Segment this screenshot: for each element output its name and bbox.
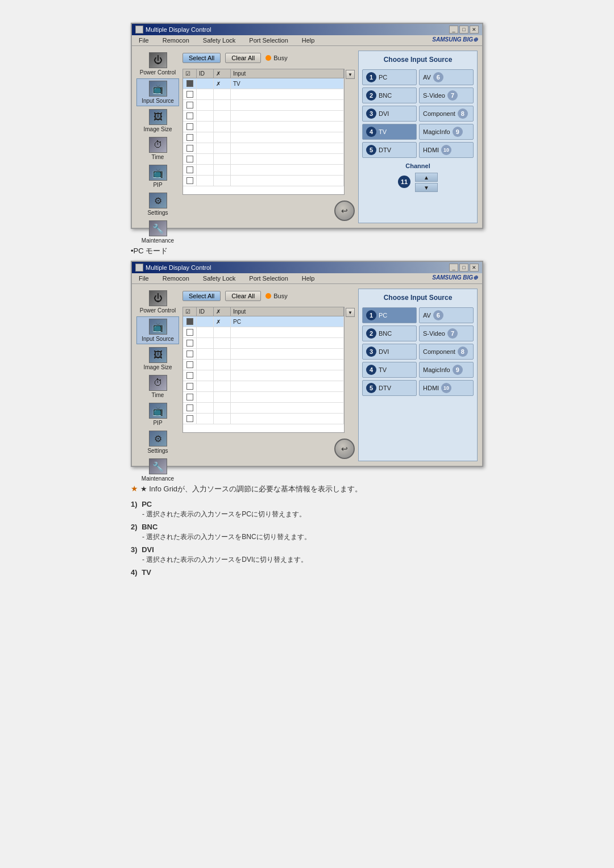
- sidebar-power-1[interactable]: ⏻ Power Control: [136, 51, 179, 77]
- menu-portsel-1[interactable]: Port Selection: [247, 36, 290, 44]
- sidebar-settings-1[interactable]: ⚙ Settings: [136, 191, 179, 218]
- table-row-1-6[interactable]: [183, 143, 344, 154]
- table-row-2-8[interactable]: [183, 403, 344, 414]
- table-scroll-btn-2[interactable]: ▼: [346, 308, 355, 317]
- sidebar-time-2[interactable]: ⏱ Time: [136, 373, 179, 400]
- checkbox-1-5[interactable]: [186, 134, 193, 141]
- checkbox-2-2[interactable]: [186, 340, 193, 347]
- channel-down-btn-1[interactable]: ▼: [415, 183, 438, 192]
- table-row-1-8[interactable]: [183, 165, 344, 176]
- checkbox-1-6[interactable]: [186, 145, 193, 152]
- maximize-btn-1[interactable]: □: [459, 26, 468, 34]
- menu-remocon-2[interactable]: Remocon: [160, 274, 192, 282]
- menu-safetylock-1[interactable]: Safety Lock: [201, 36, 238, 44]
- input-hdmi-2[interactable]: HDMI 10: [419, 380, 474, 396]
- input-dtv-1[interactable]: 5 DTV: [362, 142, 417, 158]
- table-row-1-9[interactable]: [183, 176, 344, 186]
- checkbox-1-4[interactable]: [186, 123, 193, 130]
- input-bnc-2[interactable]: 2 BNC: [362, 326, 417, 341]
- close-btn-2[interactable]: ✕: [470, 264, 479, 272]
- menu-help-2[interactable]: Help: [300, 274, 317, 282]
- table-row-2-6[interactable]: [183, 381, 344, 392]
- checkbox-2-9[interactable]: [186, 415, 193, 422]
- checkbox-2-7[interactable]: [186, 394, 193, 400]
- input-svideo-2[interactable]: S-Video 7: [419, 326, 474, 341]
- table-row-2-1[interactable]: [183, 327, 344, 338]
- sidebar-maintenance-2[interactable]: 🔧 Maintenance: [136, 457, 179, 483]
- sidebar-imagesize-2[interactable]: 🖼 Image Size: [136, 345, 179, 372]
- menu-file-2[interactable]: File: [136, 274, 151, 282]
- menu-safetylock-2[interactable]: Safety Lock: [201, 274, 238, 282]
- input-bnc-1[interactable]: 2 BNC: [362, 87, 417, 103]
- input-pc-2[interactable]: 1 PC: [362, 307, 417, 323]
- checkbox-2-6[interactable]: [186, 383, 193, 390]
- input-dvi-1[interactable]: 3 DVI: [362, 106, 417, 122]
- table-row-2-7[interactable]: [183, 392, 344, 403]
- input-component-1[interactable]: Component 8: [419, 106, 474, 122]
- checkbox-2-3[interactable]: [186, 350, 193, 357]
- table-row-1-7[interactable]: [183, 154, 344, 165]
- table-row-1-4[interactable]: [183, 122, 344, 132]
- table-row-1-3[interactable]: [183, 111, 344, 122]
- sidebar-time-1[interactable]: ⏱ Time: [136, 135, 179, 162]
- input-dtv-2[interactable]: 5 DTV: [362, 380, 417, 396]
- select-all-btn-2[interactable]: Select All: [182, 291, 221, 301]
- sidebar-maintenance-1[interactable]: 🔧 Maintenance: [136, 219, 179, 245]
- table-row-2-4[interactable]: [183, 360, 344, 370]
- checkbox-1-3[interactable]: [186, 112, 193, 119]
- table-row-2-2[interactable]: [183, 338, 344, 349]
- apply-btn-1[interactable]: ↩: [334, 201, 355, 221]
- table-row-1-2[interactable]: [183, 100, 344, 111]
- checkbox-1-1[interactable]: [186, 91, 193, 98]
- sidebar-pip-1[interactable]: 📺 PIP: [136, 163, 179, 190]
- clear-all-btn-2[interactable]: Clear All: [225, 291, 261, 301]
- table-row-1-1[interactable]: [183, 89, 344, 100]
- checkbox-1-2[interactable]: [186, 102, 193, 108]
- menu-file-1[interactable]: File: [136, 36, 151, 44]
- menu-help-1[interactable]: Help: [300, 36, 317, 44]
- input-component-2[interactable]: Component 8: [419, 344, 474, 360]
- sidebar-pip-2[interactable]: 📺 PIP: [136, 401, 179, 428]
- input-tv-1[interactable]: 4 TV: [362, 124, 417, 140]
- checkbox-1-7[interactable]: [186, 156, 193, 162]
- checkbox-2-5[interactable]: [186, 372, 193, 379]
- table-row-2-3[interactable]: [183, 349, 344, 360]
- checkbox-1-0[interactable]: [186, 80, 193, 87]
- table-row-2-5[interactable]: [183, 370, 344, 381]
- input-svideo-1[interactable]: S-Video 7: [419, 87, 474, 103]
- table-row-2-0[interactable]: ✗ PC: [183, 316, 344, 327]
- sidebar-input-2[interactable]: 📺 Input Source: [136, 316, 179, 344]
- table-row-1-5[interactable]: [183, 132, 344, 143]
- menu-remocon-1[interactable]: Remocon: [160, 36, 192, 44]
- minimize-btn-2[interactable]: _: [449, 264, 458, 272]
- checkbox-2-8[interactable]: [186, 404, 193, 411]
- checkbox-1-9[interactable]: [186, 177, 193, 184]
- checkbox-2-0[interactable]: [186, 318, 193, 325]
- close-btn-1[interactable]: ✕: [470, 26, 479, 34]
- table-scroll-btn-1[interactable]: ▼: [346, 70, 355, 79]
- table-row-2-9[interactable]: [183, 414, 344, 424]
- input-tv-2[interactable]: 4 TV: [362, 362, 417, 378]
- sidebar-input-1[interactable]: 📺 Input Source: [136, 78, 179, 106]
- input-hdmi-1[interactable]: HDMI 10: [419, 142, 474, 158]
- table-row-1-0[interactable]: ✗ TV: [183, 78, 344, 89]
- input-magicinfo-1[interactable]: MagicInfo 9: [419, 124, 474, 140]
- input-av-1[interactable]: AV 6: [419, 69, 474, 85]
- checkbox-2-4[interactable]: [186, 361, 193, 368]
- apply-btn-2[interactable]: ↩: [334, 439, 355, 459]
- sidebar-settings-2[interactable]: ⚙ Settings: [136, 429, 179, 456]
- input-magicinfo-2[interactable]: MagicInfo 9: [419, 362, 474, 378]
- checkbox-2-1[interactable]: [186, 329, 193, 336]
- input-pc-1[interactable]: 1 PC: [362, 69, 417, 85]
- input-dvi-2[interactable]: 3 DVI: [362, 344, 417, 360]
- channel-up-btn-1[interactable]: ▲: [415, 173, 438, 182]
- sidebar-imagesize-1[interactable]: 🖼 Image Size: [136, 107, 179, 134]
- sidebar-power-2[interactable]: ⏻ Power Control: [136, 289, 179, 315]
- input-av-2[interactable]: AV 6: [419, 307, 474, 323]
- select-all-btn-1[interactable]: Select All: [182, 53, 221, 63]
- clear-all-btn-1[interactable]: Clear All: [225, 53, 261, 63]
- maximize-btn-2[interactable]: □: [459, 264, 468, 272]
- minimize-btn-1[interactable]: _: [449, 26, 458, 34]
- checkbox-1-8[interactable]: [186, 166, 193, 173]
- menu-portsel-2[interactable]: Port Selection: [247, 274, 290, 282]
